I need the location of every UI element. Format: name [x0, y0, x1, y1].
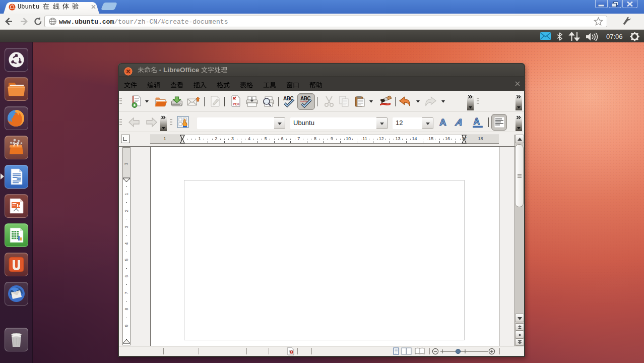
svg-text:A: A: [439, 117, 446, 128]
svg-text:A: A: [474, 116, 480, 127]
svg-text:A: A: [454, 117, 463, 128]
svg-text:PDF: PDF: [233, 102, 240, 106]
